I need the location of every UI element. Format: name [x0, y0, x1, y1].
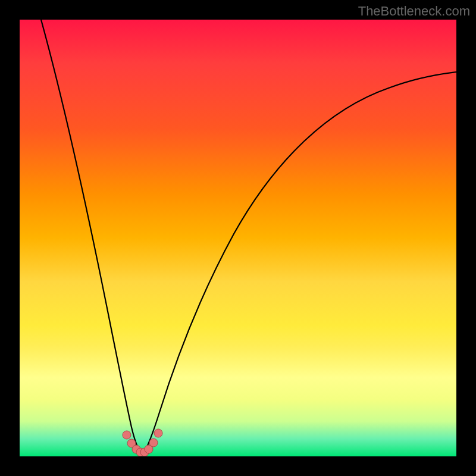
- svg-point-7: [154, 429, 162, 437]
- left-branch-curve: [41, 20, 141, 454]
- svg-point-0: [123, 431, 131, 439]
- svg-point-6: [149, 439, 158, 447]
- chart-plot-area: [20, 20, 456, 456]
- chart-svg: [20, 20, 456, 456]
- right-branch-curve: [143, 72, 456, 454]
- watermark-text: TheBottleneck.com: [358, 4, 470, 19]
- trough-dots: [123, 429, 162, 456]
